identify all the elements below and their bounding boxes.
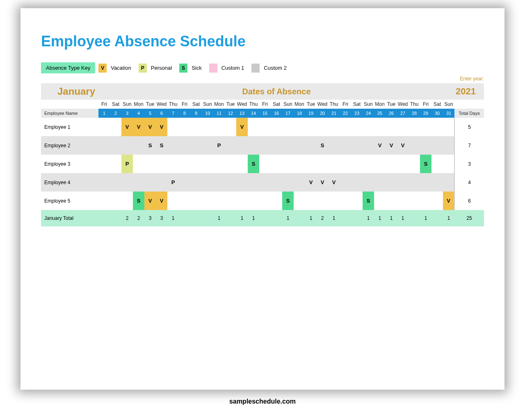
absence-cell[interactable]: V — [133, 118, 144, 136]
absence-cell[interactable] — [351, 136, 363, 155]
absence-cell[interactable]: S — [133, 192, 144, 210]
absence-cell[interactable] — [248, 173, 259, 192]
absence-cell[interactable] — [294, 173, 305, 192]
absence-cell[interactable] — [167, 192, 179, 210]
absence-cell[interactable] — [259, 136, 271, 155]
absence-cell[interactable] — [98, 173, 110, 192]
absence-cell[interactable] — [202, 118, 213, 136]
absence-cell[interactable] — [144, 155, 156, 173]
absence-cell[interactable] — [156, 173, 167, 192]
absence-cell[interactable]: P — [167, 173, 179, 192]
absence-cell[interactable] — [271, 155, 282, 173]
absence-cell[interactable] — [271, 136, 282, 155]
absence-cell[interactable] — [340, 192, 351, 210]
absence-cell[interactable] — [443, 173, 454, 192]
absence-cell[interactable] — [409, 192, 420, 210]
absence-cell[interactable] — [443, 118, 454, 136]
absence-cell[interactable] — [190, 155, 202, 173]
absence-cell[interactable]: S — [144, 136, 156, 155]
absence-cell[interactable] — [397, 155, 409, 173]
absence-cell[interactable] — [110, 118, 121, 136]
absence-cell[interactable] — [110, 173, 121, 192]
absence-cell[interactable] — [431, 118, 443, 136]
absence-cell[interactable] — [248, 118, 259, 136]
absence-cell[interactable] — [213, 118, 225, 136]
absence-cell[interactable] — [259, 118, 271, 136]
absence-cell[interactable] — [374, 192, 386, 210]
absence-cell[interactable] — [213, 192, 225, 210]
absence-cell[interactable] — [305, 118, 317, 136]
absence-cell[interactable] — [236, 136, 248, 155]
absence-cell[interactable]: V — [156, 118, 167, 136]
absence-cell[interactable] — [374, 173, 386, 192]
absence-cell[interactable]: V — [144, 192, 156, 210]
absence-cell[interactable]: V — [328, 173, 340, 192]
absence-cell[interactable] — [374, 155, 386, 173]
absence-cell[interactable] — [225, 136, 236, 155]
absence-cell[interactable] — [271, 192, 282, 210]
absence-cell[interactable] — [363, 155, 374, 173]
absence-cell[interactable] — [363, 173, 374, 192]
absence-cell[interactable] — [363, 118, 374, 136]
absence-cell[interactable]: V — [156, 192, 167, 210]
absence-cell[interactable] — [248, 136, 259, 155]
absence-cell[interactable] — [202, 136, 213, 155]
absence-cell[interactable] — [236, 173, 248, 192]
absence-cell[interactable] — [133, 173, 144, 192]
absence-cell[interactable] — [190, 192, 202, 210]
absence-cell[interactable]: V — [236, 118, 248, 136]
absence-cell[interactable] — [156, 155, 167, 173]
absence-cell[interactable] — [202, 192, 213, 210]
absence-cell[interactable] — [374, 118, 386, 136]
absence-cell[interactable] — [133, 136, 144, 155]
absence-cell[interactable] — [386, 118, 397, 136]
absence-cell[interactable] — [431, 136, 443, 155]
absence-cell[interactable] — [420, 118, 431, 136]
absence-cell[interactable] — [133, 155, 144, 173]
absence-cell[interactable] — [121, 136, 133, 155]
absence-cell[interactable] — [328, 192, 340, 210]
absence-cell[interactable] — [351, 192, 363, 210]
absence-cell[interactable] — [431, 192, 443, 210]
absence-cell[interactable] — [328, 136, 340, 155]
absence-cell[interactable] — [213, 155, 225, 173]
absence-cell[interactable] — [121, 173, 133, 192]
absence-cell[interactable]: P — [213, 136, 225, 155]
absence-cell[interactable] — [386, 192, 397, 210]
absence-cell[interactable] — [167, 118, 179, 136]
absence-cell[interactable] — [144, 173, 156, 192]
absence-cell[interactable] — [213, 173, 225, 192]
absence-cell[interactable]: S — [420, 155, 431, 173]
absence-cell[interactable] — [248, 192, 259, 210]
absence-cell[interactable] — [271, 118, 282, 136]
absence-cell[interactable] — [190, 136, 202, 155]
absence-cell[interactable] — [236, 155, 248, 173]
absence-cell[interactable] — [431, 155, 443, 173]
absence-cell[interactable] — [225, 192, 236, 210]
absence-cell[interactable] — [202, 173, 213, 192]
absence-cell[interactable] — [167, 136, 179, 155]
absence-cell[interactable] — [420, 136, 431, 155]
absence-cell[interactable] — [271, 173, 282, 192]
absence-cell[interactable] — [294, 118, 305, 136]
absence-cell[interactable]: V — [121, 118, 133, 136]
absence-cell[interactable]: V — [317, 173, 328, 192]
absence-cell[interactable]: V — [305, 173, 317, 192]
absence-cell[interactable] — [179, 136, 190, 155]
absence-cell[interactable] — [328, 155, 340, 173]
absence-cell[interactable]: V — [144, 118, 156, 136]
absence-cell[interactable]: V — [397, 136, 409, 155]
absence-cell[interactable] — [110, 136, 121, 155]
absence-cell[interactable] — [282, 155, 294, 173]
absence-cell[interactable] — [305, 155, 317, 173]
absence-cell[interactable] — [110, 155, 121, 173]
absence-cell[interactable] — [409, 155, 420, 173]
absence-cell[interactable] — [409, 136, 420, 155]
absence-cell[interactable] — [282, 136, 294, 155]
absence-cell[interactable] — [397, 173, 409, 192]
absence-cell[interactable] — [420, 192, 431, 210]
absence-cell[interactable] — [386, 155, 397, 173]
absence-cell[interactable]: V — [374, 136, 386, 155]
absence-cell[interactable] — [443, 136, 454, 155]
absence-cell[interactable] — [167, 155, 179, 173]
